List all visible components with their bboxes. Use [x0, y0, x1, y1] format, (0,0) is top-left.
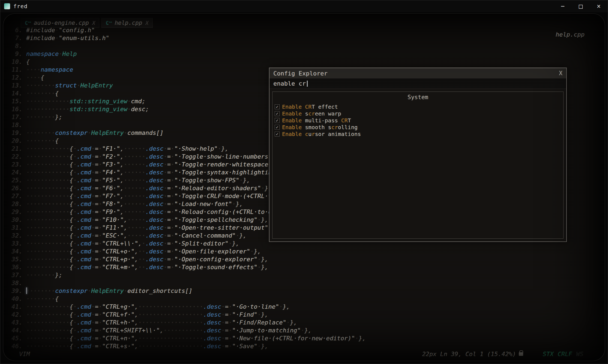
close-button[interactable]: ×	[590, 0, 608, 12]
code-line-46[interactable]: 46.············{·.cmd·=·"CTRL+s·",······…	[3, 342, 605, 350]
tab-help.cpp[interactable]: Chelp.cppX	[101, 18, 152, 28]
minimize-button[interactable]: −	[554, 0, 572, 12]
line-content: ············{·.cmd·=·"CTRL+h·",·········…	[26, 318, 297, 326]
line-content: ············{·.cmd·=·"F4·",······.desc·=…	[26, 168, 290, 176]
config-option[interactable]: ✓Enable multi-pass CRT	[275, 117, 561, 124]
tab-close-button[interactable]: X	[145, 20, 148, 26]
code-line-10[interactable]: 10.{	[3, 58, 605, 66]
cpp-file-icon: C	[106, 20, 112, 26]
code-line-40[interactable]: 40.········{	[3, 295, 605, 303]
config-option[interactable]: ✓Enable CRT effect	[275, 103, 561, 110]
line-content: namespace·Help	[26, 50, 77, 58]
code-line-41[interactable]: 41.············{·.cmd·=·"CTRL+g·",······…	[3, 303, 605, 311]
line-number: 25.	[3, 176, 26, 184]
line-number: 13.	[3, 81, 26, 89]
code-line-42[interactable]: 42.············{·.cmd·=·"CTRL+f·",······…	[3, 311, 605, 318]
maximize-button[interactable]: □	[572, 0, 590, 12]
line-content: ············{·.cmd·=·"CTRL+o·",··.desc·=…	[26, 247, 261, 255]
line-content: ············{·.cmd·=·"F5·",······.desc·=…	[26, 176, 250, 184]
checkbox-checked-icon[interactable]: ✓	[275, 118, 280, 123]
status-right: 22px Ln 39, Col 1 (15.42%) STXCRLFWS	[422, 351, 583, 357]
line-number: 9.	[3, 50, 26, 58]
line-number: 8.	[3, 42, 26, 50]
line-number: 30.	[3, 216, 26, 224]
code-line-43[interactable]: 43.············{·.cmd·=·"CTRL+h·",······…	[3, 318, 605, 326]
app-icon	[4, 3, 10, 9]
line-content: ············{·.cmd·=·"F1·",······.desc·=…	[26, 145, 229, 153]
config-search-query: enable cr	[273, 80, 306, 87]
checkbox-checked-icon[interactable]: ✓	[275, 125, 280, 130]
line-content: ············{·.cmd·=·"F2·",······.desc·=…	[26, 153, 283, 160]
code-line-38[interactable]: 38.	[3, 279, 605, 287]
config-option[interactable]: ✓Enable smooth scrolling	[275, 124, 561, 131]
status-flag-ws: WS	[576, 351, 584, 357]
vim-mode-indicator: VIM	[19, 351, 30, 357]
line-number: 34.	[3, 247, 26, 255]
line-number: 42.	[3, 311, 26, 318]
code-line-37[interactable]: 37.········};	[3, 271, 605, 279]
line-content: ····namespace	[26, 66, 73, 74]
line-number: 41.	[3, 303, 26, 311]
code-line-8[interactable]: 8.	[3, 42, 605, 50]
dialog-close-icon[interactable]: X	[559, 70, 562, 77]
line-content: ········struct·HelpEntry	[26, 81, 113, 89]
tab-label: audio-engine.cpp	[34, 20, 89, 26]
config-search-input[interactable]: enable cr	[269, 78, 566, 89]
dialog-titlebar: Config Explorer X	[269, 68, 566, 78]
code-line-35[interactable]: 35.············{·.cmd·=·"CTRL+p·",··.des…	[3, 255, 605, 263]
line-content: ············{·.cmd·=·"CTRL+s·",·········…	[26, 342, 268, 350]
line-number: 10.	[3, 58, 26, 66]
tab-bar: Caudio-engine.cppXChelp.cppX	[21, 18, 153, 28]
line-number: 7.	[3, 34, 26, 42]
config-option-list: ✓Enable CRT effect✓Enable screen warp✓En…	[275, 103, 561, 137]
code-line-7[interactable]: 7.#include·"enum-utils.h"	[3, 34, 605, 42]
code-line-36[interactable]: 36.············{·.cmd·=·"CTRL+m·",··.des…	[3, 263, 605, 271]
line-content: ············{·.cmd·=·"CTRL+g·",·········…	[26, 303, 290, 311]
filename-overlay: help.cpp	[556, 31, 585, 38]
code-line-45[interactable]: 45.············{·.cmd·=·"CTRL+n·",······…	[3, 334, 605, 342]
line-number: 16.	[3, 105, 26, 113]
line-content: ············{·.cmd·=·"F11·",·····.desc·=…	[26, 224, 279, 232]
line-content: ············std::string_view·desc;	[26, 105, 149, 113]
line-number: 35.	[3, 255, 26, 263]
code-line-44[interactable]: 44.············{·.cmd·=·"CTRL+SHIFT+\\·"…	[3, 326, 605, 334]
line-number: 37.	[3, 271, 26, 279]
line-content: ············{·.cmd·=·"F6·",······.desc·=…	[26, 184, 272, 192]
line-content: ············{·.cmd·=·"ESC·",·····.desc·=…	[26, 232, 247, 239]
line-content: ········};	[26, 113, 62, 121]
lock-icon	[519, 352, 523, 356]
config-option[interactable]: ✓Enable cursor animations	[275, 131, 561, 137]
status-flag-crlf: CRLF	[558, 351, 572, 357]
tab-audio-engine.cpp[interactable]: Caudio-engine.cppX	[21, 18, 99, 28]
line-number: 11.	[3, 66, 26, 74]
window-title: fred	[13, 3, 28, 10]
tab-close-button[interactable]: X	[92, 20, 95, 26]
line-number: 46.	[3, 342, 26, 350]
line-number: 17.	[3, 113, 26, 121]
line-number: 18.	[3, 121, 26, 129]
line-number: 28.	[3, 200, 26, 208]
status-bar: VIM 22px Ln 39, Col 1 (15.42%) STXCRLFWS	[19, 351, 583, 357]
checkbox-checked-icon[interactable]: ✓	[275, 111, 280, 116]
code-line-9[interactable]: 9.namespace·Help	[3, 50, 605, 58]
config-option[interactable]: ✓Enable screen warp	[275, 110, 561, 117]
line-number: 15.	[3, 97, 26, 105]
app-window: fred − □ × Caudio-engine.cppXChelp.cppX …	[0, 0, 608, 364]
line-content: {	[26, 58, 30, 66]
line-content: ········constexpr·HelpEntry·commands[]	[26, 129, 163, 137]
tab-label: help.cpp	[115, 20, 142, 26]
line-number: 38.	[3, 279, 26, 287]
line-content: ····{	[26, 74, 44, 81]
config-option-panel: System ✓Enable CRT effect✓Enable screen …	[272, 92, 564, 239]
code-line-39[interactable]: 39.········constexpr·HelpEntry·editor_sh…	[3, 287, 605, 295]
line-number: 24.	[3, 168, 26, 176]
checkbox-checked-icon[interactable]: ✓	[275, 132, 280, 136]
line-number: 19.	[3, 129, 26, 137]
line-content: ········};	[26, 271, 62, 279]
line-number: 20.	[3, 137, 26, 145]
line-content: #include·"enum-utils.h"	[26, 34, 109, 42]
checkbox-checked-icon[interactable]: ✓	[275, 104, 280, 109]
line-content: ············{·.cmd·=·"CTRL+\\·",·.desc·=…	[26, 239, 239, 247]
code-line-34[interactable]: 34.············{·.cmd·=·"CTRL+o·",··.des…	[3, 247, 605, 255]
crt-screen: Caudio-engine.cppXChelp.cppX help.cpp 6.…	[3, 13, 605, 361]
